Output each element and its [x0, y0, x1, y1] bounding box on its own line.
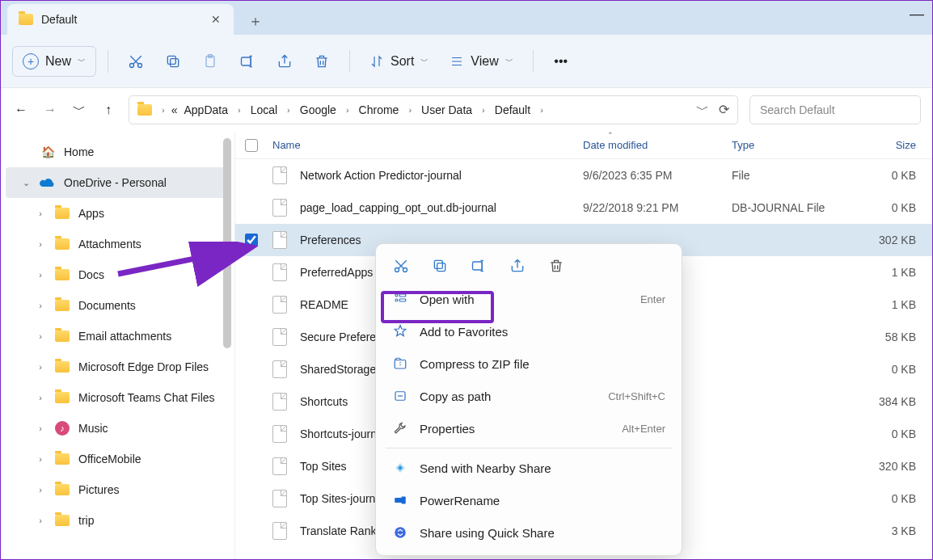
- bc-chrome[interactable]: Chrome: [356, 102, 403, 118]
- navbar: ← → ﹀ ↑ › « AppData› Local› Google› Chro…: [1, 88, 932, 132]
- bc-userdata[interactable]: User Data: [418, 102, 475, 118]
- column-size[interactable]: Size: [851, 139, 932, 151]
- svg-point-9: [403, 268, 407, 272]
- recent-dropdown[interactable]: ﹀: [70, 101, 88, 119]
- chevron-right-icon: ›: [35, 454, 46, 464]
- sidebar-item[interactable]: ›Microsoft Edge Drop Files: [1, 352, 234, 382]
- folder-icon: [54, 391, 70, 404]
- file-icon: [272, 296, 287, 314]
- file-icon: [272, 490, 287, 507]
- paste-button[interactable]: [194, 46, 226, 77]
- sidebar-item[interactable]: ›Pictures: [1, 474, 234, 505]
- file-icon: [272, 166, 287, 184]
- sidebar-item[interactable]: ›Microsoft Teams Chat Files: [1, 382, 234, 413]
- sidebar-item[interactable]: ›Docs: [1, 259, 234, 290]
- tab-title: Default: [41, 13, 201, 26]
- nearby-icon: [392, 460, 408, 476]
- svg-rect-19: [395, 498, 402, 503]
- ctx-open-with[interactable]: Open with Enter: [376, 283, 682, 315]
- view-label: View: [471, 54, 498, 69]
- file-icon: [272, 425, 287, 443]
- rename-icon[interactable]: [470, 257, 488, 275]
- chevron-right-icon: ›: [35, 516, 46, 525]
- sidebar-item[interactable]: ›Email attachments: [1, 321, 234, 352]
- search-input[interactable]: Search Default: [749, 95, 921, 124]
- plus-circle-icon: +: [23, 53, 39, 69]
- folder-icon: [54, 330, 70, 343]
- sidebar-item[interactable]: ›Apps: [1, 198, 234, 229]
- ctx-powerrename[interactable]: PowerRename: [376, 484, 682, 516]
- chevron-right-icon: ›: [35, 362, 46, 372]
- chevron-right-icon: ›: [35, 485, 46, 495]
- cut-icon[interactable]: [392, 257, 410, 275]
- cut-button[interactable]: [120, 46, 152, 77]
- file-icon: [272, 522, 287, 540]
- refresh-button[interactable]: ⟳: [719, 102, 729, 119]
- sidebar-item[interactable]: ›trip: [1, 505, 234, 536]
- ctx-copy-path[interactable]: Copy as path Ctrl+Shift+C: [376, 380, 682, 412]
- sidebar-item[interactable]: ›♪Music: [1, 413, 234, 444]
- sidebar-item[interactable]: ›Attachments: [1, 229, 234, 259]
- search-placeholder: Search Default: [760, 103, 835, 116]
- new-tab-button[interactable]: ＋: [242, 7, 269, 35]
- close-icon[interactable]: ✕: [209, 13, 222, 26]
- open-with-icon: [392, 291, 408, 307]
- scrollbar[interactable]: [223, 138, 231, 348]
- delete-icon[interactable]: [547, 257, 565, 275]
- bc-local[interactable]: Local: [247, 102, 281, 118]
- forward-button[interactable]: →: [41, 101, 59, 119]
- new-label: New: [45, 54, 71, 69]
- home-icon: 🏠: [40, 145, 56, 158]
- svg-rect-16: [399, 299, 406, 301]
- view-button[interactable]: View ﹀: [441, 46, 521, 77]
- tab-default[interactable]: Default ✕: [7, 4, 234, 35]
- ctx-zip[interactable]: Compress to ZIP file: [376, 347, 682, 380]
- back-button[interactable]: ←: [12, 101, 30, 119]
- svg-rect-11: [434, 260, 442, 268]
- column-type[interactable]: Type: [732, 139, 851, 151]
- rename-button[interactable]: [231, 46, 264, 77]
- sidebar-onedrive[interactable]: ⌄ OneDrive - Personal: [6, 167, 230, 198]
- sidebar-home[interactable]: 🏠 Home: [1, 137, 234, 167]
- folder-icon: [19, 14, 33, 25]
- column-name[interactable]: Name: [268, 139, 583, 151]
- folder-icon: ♪: [54, 422, 70, 435]
- file-icon: [272, 393, 287, 411]
- sidebar-item[interactable]: ›Documents: [1, 290, 234, 321]
- copy-button[interactable]: [157, 46, 189, 77]
- file-icon: [272, 457, 287, 475]
- separator: [533, 50, 534, 73]
- new-button[interactable]: + New ﹀: [12, 46, 96, 77]
- file-row[interactable]: Network Action Predictor-journal 9/6/202…: [235, 159, 932, 192]
- ctx-nearby[interactable]: Send with Nearby Share: [376, 452, 682, 484]
- ctx-favorites[interactable]: Add to Favorites: [376, 315, 682, 347]
- up-button[interactable]: ↑: [99, 101, 117, 119]
- delete-button[interactable]: [306, 46, 338, 77]
- history-dropdown[interactable]: ﹀: [696, 102, 709, 119]
- row-checkbox[interactable]: [235, 234, 268, 246]
- sidebar: 🏠 Home ⌄ OneDrive - Personal ›Apps›Attac…: [1, 132, 235, 559]
- powerrename-icon: [392, 492, 408, 508]
- chevron-down-icon: ﹀: [420, 56, 429, 67]
- folder-icon: [137, 104, 152, 116]
- column-date[interactable]: Date modified: [583, 139, 732, 151]
- copy-icon[interactable]: [431, 257, 449, 275]
- share-icon[interactable]: [509, 257, 526, 275]
- sidebar-item[interactable]: ›OfficeMobile: [1, 444, 234, 474]
- select-all-checkbox[interactable]: [235, 139, 268, 152]
- chevron-right-icon: ›: [35, 331, 46, 341]
- file-row[interactable]: page_load_capping_opt_out.db-journal 9/2…: [235, 192, 932, 224]
- bc-default[interactable]: Default: [492, 102, 534, 118]
- chevron-right-icon: ›: [35, 301, 46, 310]
- bc-appdata[interactable]: AppData: [180, 102, 230, 118]
- breadcrumb[interactable]: › « AppData› Local› Google› Chrome› User…: [129, 95, 738, 124]
- chevron-down-icon: ⌄: [20, 178, 32, 188]
- share-button[interactable]: [268, 46, 301, 77]
- ctx-properties[interactable]: Properties Alt+Enter: [376, 412, 682, 444]
- bc-google[interactable]: Google: [297, 102, 340, 118]
- minimize-button[interactable]: —: [910, 6, 924, 23]
- more-button[interactable]: •••: [545, 46, 577, 77]
- ctx-quickshare[interactable]: Share using Quick Share: [376, 516, 682, 549]
- sort-button[interactable]: Sort ﹀: [361, 46, 437, 77]
- column-headers: ⌃ Name Date modified Type Size: [235, 132, 932, 159]
